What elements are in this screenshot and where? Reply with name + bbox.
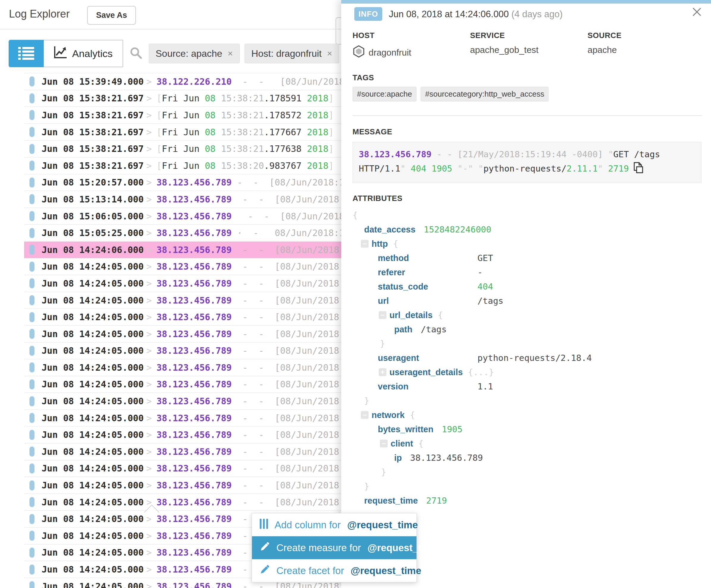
attribute-value[interactable]: GET bbox=[477, 251, 493, 265]
text-segment: [21/May/2018:15:19:44 -0400] bbox=[457, 149, 603, 159]
collapse-icon[interactable]: − bbox=[380, 440, 388, 447]
tag-chip[interactable]: #sourcecategory:http_web_access bbox=[421, 87, 548, 101]
collapse-icon[interactable]: − bbox=[361, 411, 369, 419]
attributes-section-label: ATTRIBUTES bbox=[352, 194, 403, 203]
list-stream-icon bbox=[18, 46, 34, 61]
open-brace: { bbox=[433, 310, 443, 320]
expand-chevron-icon: > bbox=[146, 211, 156, 222]
text-segment: - - bbox=[232, 463, 275, 474]
attribute-key[interactable]: date_access bbox=[364, 225, 415, 234]
attribute-key[interactable]: path bbox=[394, 325, 412, 334]
analytics-view-button[interactable]: Analytics bbox=[44, 40, 123, 67]
expand-chevron-icon: > bbox=[146, 110, 156, 120]
brace: } bbox=[381, 467, 386, 477]
filter-chip-host[interactable]: Host: dragonfruit× bbox=[244, 44, 339, 63]
attribute-key[interactable]: status_code bbox=[378, 282, 428, 291]
attribute-value[interactable]: 1905 bbox=[442, 424, 462, 434]
source-value[interactable]: apache bbox=[587, 45, 622, 55]
severity-pill-icon bbox=[29, 262, 35, 272]
attribute-value[interactable]: 404 bbox=[477, 279, 493, 294]
attribute-value[interactable]: 1528482246000 bbox=[424, 224, 492, 234]
context-menu-item-create-measure[interactable]: Create measure for @request_time bbox=[252, 536, 416, 559]
page-title: Log Explorer bbox=[9, 8, 70, 20]
save-as-button[interactable]: Save As bbox=[87, 6, 136, 25]
expand-chevron-icon: > bbox=[146, 312, 156, 322]
brace: } bbox=[364, 481, 369, 491]
remove-filter-icon[interactable]: × bbox=[228, 48, 233, 59]
log-timestamp: Jun 08 15:38:21.697 bbox=[42, 93, 146, 104]
menu-item-field: @request_time bbox=[367, 542, 438, 553]
text-segment: [ bbox=[156, 127, 162, 137]
attribute-key[interactable]: request_time bbox=[364, 496, 418, 505]
attribute-value[interactable]: 2719 bbox=[426, 496, 447, 506]
attribute-value[interactable]: python-requests/2.18.4 bbox=[477, 351, 592, 365]
event-timestamp: Jun 08, 2018 at 14:24:06.000 (4 days ago… bbox=[389, 9, 563, 20]
log-timestamp: Jun 08 14:24:05.000 bbox=[42, 312, 146, 322]
log-detail-panel: INFO Jun 08, 2018 at 14:24:06.000 (4 day… bbox=[341, 0, 711, 588]
attribute-key[interactable]: network bbox=[371, 410, 405, 420]
attribute-key[interactable]: referer bbox=[378, 268, 405, 277]
log-stream-view-button[interactable] bbox=[8, 40, 44, 67]
attribute-key[interactable]: useragent bbox=[378, 353, 419, 363]
filter-chip-label: Host: dragonfruit bbox=[251, 48, 322, 59]
search-filter-chips: Source: apache×Host: dragonfruit× bbox=[149, 44, 339, 63]
attribute-value[interactable]: - bbox=[477, 265, 482, 279]
expand-chevron-icon: > bbox=[146, 447, 156, 457]
expand-chevron-icon: > bbox=[146, 261, 156, 272]
severity-pill-icon bbox=[29, 447, 35, 457]
attribute-key[interactable]: http bbox=[371, 239, 388, 249]
copy-icon[interactable] bbox=[632, 161, 644, 178]
severity-pill-icon bbox=[29, 581, 35, 588]
attribute-key[interactable]: useragent_details bbox=[389, 367, 463, 377]
attribute-brace-row: } bbox=[352, 393, 701, 408]
host-value[interactable]: dragonfruit bbox=[352, 45, 411, 60]
attribute-row-url_details: −url_details { bbox=[352, 308, 701, 322]
attribute-value[interactable]: /tags bbox=[477, 294, 503, 308]
attribute-key[interactable]: bytes_written bbox=[378, 425, 433, 434]
attribute-row-useragent: useragentpython-requests/2.18.4 bbox=[352, 351, 701, 365]
context-menu-item-create-facet[interactable]: Create facet for @request_time bbox=[252, 559, 416, 582]
log-timestamp: Jun 08 14:24:05.000 bbox=[42, 547, 146, 558]
attribute-brace-row: } bbox=[352, 337, 701, 351]
filter-chip-source[interactable]: Source: apache× bbox=[149, 44, 240, 63]
text-segment: 38.123.456.789 bbox=[156, 497, 232, 507]
expand-icon[interactable]: + bbox=[379, 368, 386, 376]
log-timestamp: Jun 08 14:24:05.000 bbox=[42, 329, 146, 339]
log-message: 38.122.226.210 - - [08/Jun/2018:15:3 bbox=[156, 76, 371, 87]
attribute-row-client: −client { bbox=[352, 436, 701, 451]
context-menu-item-add-column[interactable]: Add column for @request_time bbox=[252, 513, 416, 536]
open-brace: { bbox=[413, 438, 424, 449]
collapse-icon[interactable]: − bbox=[379, 311, 386, 319]
severity-pill-icon bbox=[29, 329, 35, 339]
collapse-icon[interactable]: − bbox=[361, 240, 369, 248]
remove-filter-icon[interactable]: × bbox=[327, 48, 332, 59]
attribute-key[interactable]: version bbox=[378, 382, 408, 391]
text-segment: - - bbox=[232, 345, 275, 356]
tag-chip[interactable]: #source:apache bbox=[352, 87, 416, 101]
text-segment: 38.123.456.789 bbox=[156, 211, 232, 222]
severity-pill-icon bbox=[29, 312, 35, 322]
text-segment bbox=[216, 93, 221, 104]
attribute-key[interactable]: url bbox=[378, 296, 389, 306]
service-value[interactable]: apache_gob_test bbox=[470, 45, 538, 55]
header-divider bbox=[0, 29, 341, 29]
attribute-key[interactable]: ip bbox=[394, 453, 402, 462]
text-segment: - - bbox=[232, 295, 275, 306]
expand-chevron-icon: > bbox=[146, 329, 156, 339]
text-segment: - - bbox=[232, 76, 280, 87]
attribute-value[interactable]: 38.123.456.789 bbox=[410, 453, 483, 463]
attribute-key[interactable]: method bbox=[378, 253, 409, 263]
attribute-value[interactable]: /tags bbox=[421, 324, 447, 334]
attribute-row-http: −http { bbox=[352, 236, 701, 251]
attribute-key[interactable]: client bbox=[391, 439, 413, 448]
attribute-brace-row: { bbox=[352, 208, 701, 222]
attribute-row-useragent_details: +useragent_details {...} bbox=[352, 365, 701, 379]
expand-chevron-icon: > bbox=[146, 547, 156, 558]
menu-item-field: @request_time bbox=[347, 519, 418, 530]
attribute-value[interactable]: 1.1 bbox=[477, 379, 493, 393]
log-message: 38.123.456.789 - - [08/Jun/2018:14:2 bbox=[156, 379, 366, 389]
attribute-key[interactable]: url_details bbox=[389, 310, 433, 320]
log-message: 38.123.456.789 - - [08/Jun/2018:15:1 bbox=[156, 194, 366, 205]
close-icon[interactable] bbox=[691, 6, 702, 17]
log-message: 38.123.456.789 - - [08/Jun/2018:14:2 bbox=[156, 345, 366, 356]
